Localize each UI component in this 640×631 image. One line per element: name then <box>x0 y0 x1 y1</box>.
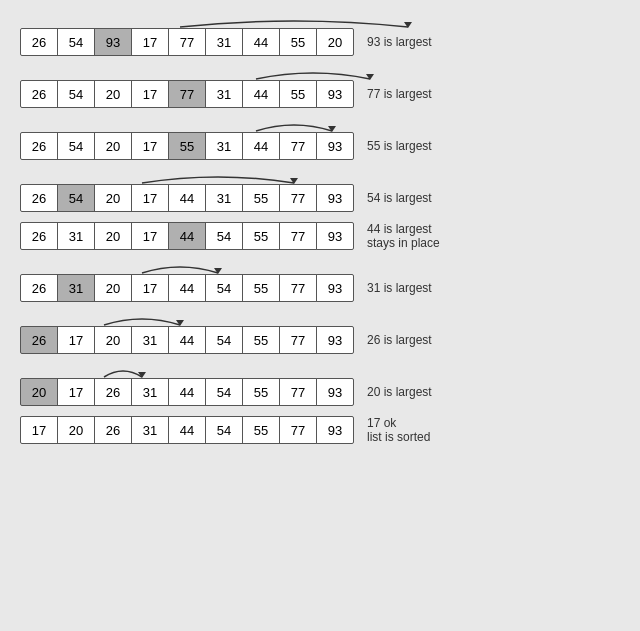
cell-r1-c4: 77 <box>168 80 206 108</box>
cell-r3-c1: 54 <box>57 184 95 212</box>
main-container: 26549317773144552093 is largest265420177… <box>0 0 640 454</box>
cell-r6-c7: 77 <box>279 326 317 354</box>
cell-r7-c3: 31 <box>131 378 169 406</box>
cell-r0-c4: 77 <box>168 28 206 56</box>
cell-r8-c5: 54 <box>205 416 243 444</box>
array-7: 201726314454557793 <box>20 378 353 406</box>
row-wrapper-4: 26312017445455779344 is largest stays in… <box>20 218 620 250</box>
cell-r6-c0: 26 <box>20 326 58 354</box>
cell-r0-c2: 93 <box>94 28 132 56</box>
row-label-6: 26 is largest <box>367 333 477 347</box>
cell-r0-c5: 31 <box>205 28 243 56</box>
cell-r3-c3: 17 <box>131 184 169 212</box>
cell-r5-c3: 17 <box>131 274 169 302</box>
cell-r6-c8: 93 <box>316 326 354 354</box>
cell-r0-c0: 26 <box>20 28 58 56</box>
cell-r6-c4: 44 <box>168 326 206 354</box>
row-label-3: 54 is largest <box>367 191 477 205</box>
array-5: 263120174454557793 <box>20 274 353 302</box>
cell-r5-c2: 20 <box>94 274 132 302</box>
array-row-7: 20172631445455779320 is largest <box>20 378 620 406</box>
cell-r6-c3: 31 <box>131 326 169 354</box>
row-wrapper-1: 26542017773144559377 is largest <box>20 62 620 108</box>
cell-r6-c5: 54 <box>205 326 243 354</box>
array-row-1: 26542017773144559377 is largest <box>20 80 620 108</box>
row-label-8: 17 ok list is sorted <box>367 416 477 444</box>
cell-r5-c0: 26 <box>20 274 58 302</box>
row-wrapper-3: 26542017443155779354 is largest <box>20 166 620 212</box>
cell-r3-c0: 26 <box>20 184 58 212</box>
row-label-7: 20 is largest <box>367 385 477 399</box>
cell-r7-c6: 55 <box>242 378 280 406</box>
cell-r1-c0: 26 <box>20 80 58 108</box>
cell-r8-c8: 93 <box>316 416 354 444</box>
cell-r8-c3: 31 <box>131 416 169 444</box>
cell-r6-c2: 20 <box>94 326 132 354</box>
cell-r8-c6: 55 <box>242 416 280 444</box>
row-wrapper-0: 26549317773144552093 is largest <box>20 10 620 56</box>
cell-r4-c1: 31 <box>57 222 95 250</box>
cell-r2-c6: 44 <box>242 132 280 160</box>
array-row-5: 26312017445455779331 is largest <box>20 274 620 302</box>
array-3: 265420174431557793 <box>20 184 353 212</box>
array-4: 263120174454557793 <box>20 222 353 250</box>
row-wrapper-7: 20172631445455779320 is largest <box>20 360 620 406</box>
array-row-4: 26312017445455779344 is largest stays in… <box>20 222 620 250</box>
array-0: 265493177731445520 <box>20 28 353 56</box>
cell-r7-c2: 26 <box>94 378 132 406</box>
array-1: 265420177731445593 <box>20 80 353 108</box>
cell-r2-c2: 20 <box>94 132 132 160</box>
cell-r4-c0: 26 <box>20 222 58 250</box>
cell-r4-c7: 77 <box>279 222 317 250</box>
array-8: 172026314454557793 <box>20 416 353 444</box>
cell-r1-c5: 31 <box>205 80 243 108</box>
row-wrapper-8: 17202631445455779317 ok list is sorted <box>20 412 620 444</box>
cell-r2-c4: 55 <box>168 132 206 160</box>
cell-r3-c7: 77 <box>279 184 317 212</box>
cell-r3-c4: 44 <box>168 184 206 212</box>
cell-r2-c0: 26 <box>20 132 58 160</box>
cell-r6-c1: 17 <box>57 326 95 354</box>
row-label-1: 77 is largest <box>367 87 477 101</box>
cell-r2-c1: 54 <box>57 132 95 160</box>
row-label-0: 93 is largest <box>367 35 477 49</box>
cell-r2-c7: 77 <box>279 132 317 160</box>
row-label-5: 31 is largest <box>367 281 477 295</box>
cell-r4-c8: 93 <box>316 222 354 250</box>
array-row-2: 26542017553144779355 is largest <box>20 132 620 160</box>
cell-r6-c6: 55 <box>242 326 280 354</box>
array-row-6: 26172031445455779326 is largest <box>20 326 620 354</box>
cell-r0-c7: 55 <box>279 28 317 56</box>
cell-r3-c6: 55 <box>242 184 280 212</box>
cell-r3-c5: 31 <box>205 184 243 212</box>
cell-r3-c8: 93 <box>316 184 354 212</box>
cell-r4-c2: 20 <box>94 222 132 250</box>
cell-r7-c7: 77 <box>279 378 317 406</box>
cell-r8-c0: 17 <box>20 416 58 444</box>
cell-r1-c3: 17 <box>131 80 169 108</box>
cell-r0-c3: 17 <box>131 28 169 56</box>
cell-r4-c5: 54 <box>205 222 243 250</box>
array-row-3: 26542017443155779354 is largest <box>20 184 620 212</box>
row-label-4: 44 is largest stays in place <box>367 222 477 250</box>
cell-r2-c8: 93 <box>316 132 354 160</box>
cell-r1-c1: 54 <box>57 80 95 108</box>
row-wrapper-6: 26172031445455779326 is largest <box>20 308 620 354</box>
cell-r5-c8: 93 <box>316 274 354 302</box>
cell-r7-c0: 20 <box>20 378 58 406</box>
cell-r3-c2: 20 <box>94 184 132 212</box>
array-6: 261720314454557793 <box>20 326 353 354</box>
cell-r4-c4: 44 <box>168 222 206 250</box>
array-2: 265420175531447793 <box>20 132 353 160</box>
row-wrapper-5: 26312017445455779331 is largest <box>20 256 620 302</box>
array-row-8: 17202631445455779317 ok list is sorted <box>20 416 620 444</box>
cell-r2-c3: 17 <box>131 132 169 160</box>
cell-r1-c8: 93 <box>316 80 354 108</box>
cell-r5-c4: 44 <box>168 274 206 302</box>
array-row-0: 26549317773144552093 is largest <box>20 28 620 56</box>
cell-r7-c5: 54 <box>205 378 243 406</box>
cell-r5-c6: 55 <box>242 274 280 302</box>
cell-r8-c1: 20 <box>57 416 95 444</box>
cell-r5-c1: 31 <box>57 274 95 302</box>
cell-r0-c1: 54 <box>57 28 95 56</box>
